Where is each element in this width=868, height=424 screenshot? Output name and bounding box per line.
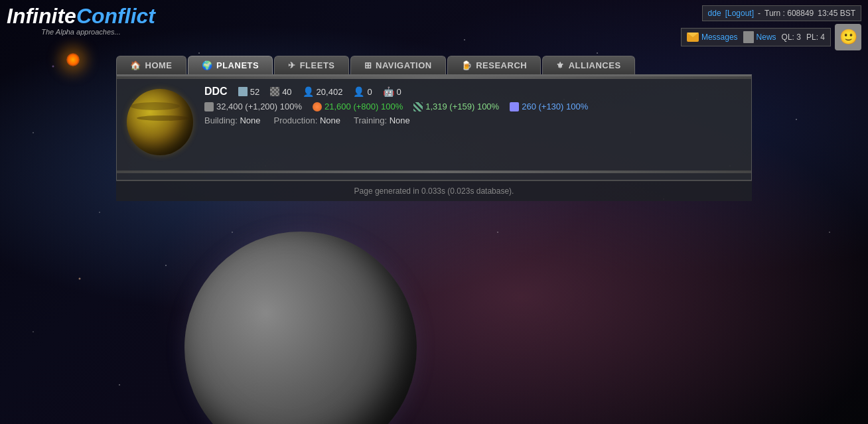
building-status: Building: None: [204, 115, 261, 125]
separator: -: [758, 9, 760, 18]
stat-robots: 🤖 0: [383, 86, 401, 97]
fleets-tab-icon: ✈: [288, 60, 296, 70]
training-label: Training:: [354, 115, 390, 125]
planet-image[interactable]: [127, 89, 193, 155]
red-person-icon: 👤: [353, 86, 364, 97]
messages-label: Messages: [701, 33, 738, 42]
tab-home[interactable]: 🏠 Home: [116, 56, 186, 74]
production-status: Production: None: [274, 115, 340, 125]
tab-navigation[interactable]: ⊞ Navigation: [350, 56, 446, 74]
slots-value: 40: [282, 87, 291, 97]
research-icon: [413, 102, 423, 111]
production-value: None: [320, 115, 340, 125]
home-tab-icon: 🏠: [130, 60, 141, 70]
turn-label: Turn : 608849: [764, 9, 814, 18]
alliances-tab-icon: ⚜: [556, 60, 565, 70]
metal-value: 32,400 (+1,200) 100%: [216, 102, 302, 111]
resource-stats-row: 32,400 (+1,200) 100% 21,600 (+800) 100% …: [204, 102, 745, 111]
fleets-tab-label: Fleets: [300, 60, 335, 70]
navigation-tab-label: Navigation: [376, 60, 432, 70]
stat-buildings: 52: [238, 87, 259, 97]
red-persons-value: 0: [367, 87, 372, 97]
planet-name: DDC: [204, 86, 228, 98]
research-tab-label: Research: [476, 60, 527, 70]
energy-value: 21,600 (+800) 100%: [325, 102, 403, 111]
main-content: DDC 52 40 👤 20,402: [116, 74, 752, 180]
research-stat: 1,319 (+159) 100%: [413, 102, 499, 111]
planet-info: DDC 52 40 👤 20,402: [204, 86, 745, 125]
time-label: 13:45 BST: [818, 9, 855, 18]
buildings-value: 52: [250, 87, 259, 97]
research-value: 1,319 (+159) 100%: [425, 102, 499, 111]
navigation-tab-icon: ⊞: [364, 60, 372, 70]
envelope-icon: [687, 33, 699, 42]
energy-stat: 21,600 (+800) 100%: [313, 102, 403, 111]
building-value: None: [240, 115, 260, 125]
planet-card: DDC 52 40 👤 20,402: [123, 86, 745, 159]
training-status: Training: None: [354, 115, 410, 125]
home-tab-label: Home: [145, 60, 173, 70]
logo-part1: Infinite: [7, 4, 76, 28]
stat-slots: 40: [270, 87, 291, 97]
robots-value: 0: [397, 87, 401, 97]
population-value: 20,402: [317, 87, 343, 97]
newspaper-icon: [743, 31, 754, 43]
robot-icon: 🤖: [383, 86, 394, 97]
planets-tab-label: Planets: [216, 60, 259, 70]
messages-button[interactable]: Messages: [687, 33, 738, 42]
tab-alliances[interactable]: ⚜ Alliances: [542, 56, 634, 74]
pl-label: PL: 4: [806, 33, 825, 42]
building-label: Building:: [204, 115, 240, 125]
smiley-icon: 🙂: [835, 24, 861, 50]
top-nav-bar: Messages News QL: 3 PL: 4: [681, 28, 831, 46]
culture-value: 260 (+130) 100%: [522, 102, 588, 111]
nav-tabs: 🏠 Home 🌍 Planets ✈ Fleets ⊞ Navigation 🍺…: [0, 56, 868, 74]
culture-icon: [510, 102, 519, 111]
planet-name-row: DDC 52 40 👤 20,402: [204, 86, 745, 98]
stat-red-persons: 👤 0: [353, 86, 372, 97]
production-label: Production:: [274, 115, 320, 125]
user-info-bar: dde [Logout] - Turn : 608849 13:45 BST: [702, 5, 861, 21]
grid-icon: [270, 87, 279, 96]
ql-label: QL: 3: [782, 33, 801, 42]
username-label: dde: [708, 9, 721, 18]
tab-planets[interactable]: 🌍 Planets: [188, 56, 273, 74]
tab-research[interactable]: 🍺 Research: [447, 56, 541, 74]
alliances-tab-label: Alliances: [569, 60, 621, 70]
news-label: News: [757, 33, 776, 42]
culture-stat: 260 (+130) 100%: [510, 102, 588, 111]
logout-link[interactable]: [Logout]: [725, 9, 754, 18]
news-button[interactable]: News: [743, 31, 776, 43]
logo-part2: Conflict: [76, 4, 155, 28]
training-value: None: [390, 115, 410, 125]
site-tagline: The Alpha approaches...: [7, 28, 155, 36]
metal-icon: [204, 102, 214, 111]
planets-tab-icon: 🌍: [202, 60, 213, 70]
energy-icon: [313, 102, 322, 111]
build-row: Building: None Production: None Training…: [204, 115, 745, 125]
stat-population: 👤 20,402: [303, 86, 343, 97]
tab-fleets[interactable]: ✈ Fleets: [274, 56, 348, 74]
building-icon: [238, 87, 248, 96]
metal-stat: 32,400 (+1,200) 100%: [204, 102, 302, 111]
research-tab-icon: 🍺: [461, 60, 472, 70]
people-icon: 👤: [303, 86, 314, 97]
page-footer: Page generated in 0.033s (0.023s databas…: [116, 180, 752, 201]
site-logo: InfiniteConflict: [7, 5, 155, 27]
footer-text: Page generated in 0.033s (0.023s databas…: [354, 186, 514, 196]
